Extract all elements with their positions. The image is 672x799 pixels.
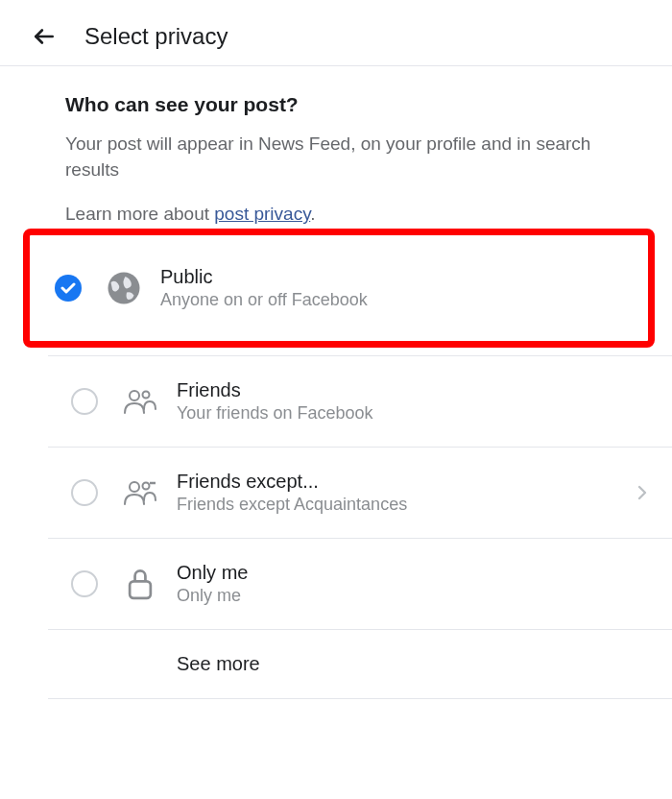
privacy-option-friends-except[interactable]: Friends except... Friends except Acquain… — [0, 448, 672, 538]
content-section: Who can see your post? Your post will ap… — [0, 66, 672, 225]
description-text: Your post will appear in News Feed, on y… — [65, 132, 645, 182]
svg-point-4 — [130, 482, 139, 492]
question-heading: Who can see your post? — [65, 93, 645, 116]
privacy-options-list: Public Anyone on or off Facebook Friends… — [0, 229, 672, 699]
radio-friends-except[interactable] — [71, 479, 98, 506]
see-more-button[interactable]: See more — [0, 630, 672, 698]
chevron-right-icon — [634, 484, 651, 501]
friends-except-icon — [121, 473, 159, 512]
option-subtitle: Your friends on Facebook — [177, 403, 651, 424]
option-title: Friends — [177, 379, 651, 401]
back-button[interactable] — [31, 23, 58, 50]
radio-public[interactable] — [55, 275, 82, 302]
option-divider — [48, 698, 672, 699]
lock-icon — [121, 565, 159, 603]
option-subtitle: Anyone on or off Facebook — [160, 290, 648, 310]
option-text: Friends Your friends on Facebook — [177, 379, 651, 424]
svg-point-3 — [143, 392, 150, 399]
radio-only-me[interactable] — [71, 570, 98, 597]
svg-point-2 — [130, 391, 139, 400]
back-arrow-icon — [32, 24, 57, 49]
option-title: Friends except... — [177, 471, 634, 493]
post-privacy-link[interactable]: post privacy — [214, 204, 310, 224]
privacy-option-public[interactable]: Public Anyone on or off Facebook — [23, 229, 655, 348]
option-subtitle: Friends except Acquaintances — [177, 495, 634, 515]
svg-rect-7 — [130, 581, 151, 598]
header: Select privacy — [0, 0, 672, 65]
option-title: Only me — [177, 562, 651, 584]
learn-more-text: Learn more about post privacy. — [65, 204, 645, 225]
page-title: Select privacy — [84, 23, 228, 50]
radio-friends[interactable] — [71, 388, 98, 415]
check-icon — [60, 282, 76, 294]
learn-prefix: Learn more about — [65, 204, 214, 224]
privacy-option-only-me[interactable]: Only me Only me — [0, 539, 672, 629]
option-text: Public Anyone on or off Facebook — [160, 266, 648, 310]
option-subtitle: Only me — [177, 586, 651, 606]
option-text: Only me Only me — [177, 562, 651, 606]
option-text: Friends except... Friends except Acquain… — [177, 471, 634, 515]
learn-suffix: . — [310, 204, 315, 224]
svg-point-5 — [143, 483, 150, 490]
option-title: Public — [160, 266, 648, 288]
globe-icon — [105, 269, 143, 307]
privacy-option-friends[interactable]: Friends Your friends on Facebook — [0, 356, 672, 447]
friends-icon — [121, 382, 159, 421]
